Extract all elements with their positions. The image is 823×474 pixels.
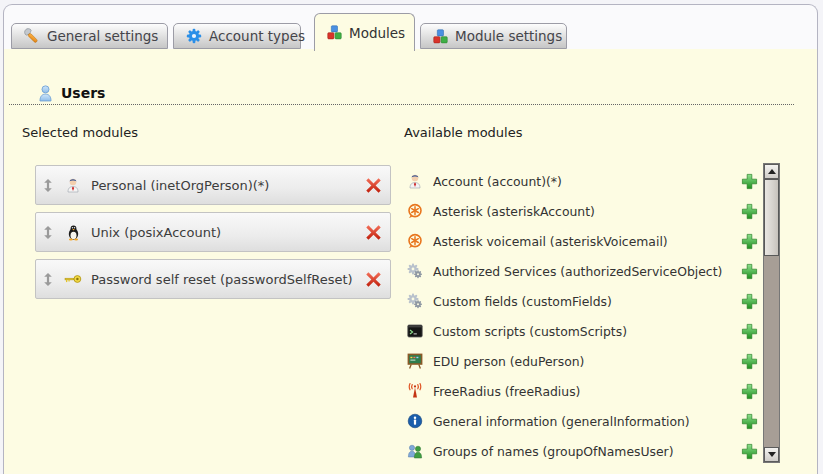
gear-icon bbox=[186, 28, 202, 44]
add-module-button[interactable] bbox=[741, 263, 758, 280]
module-label: Asterisk voicemail (asteriskVoicemail) bbox=[433, 234, 668, 249]
add-module-button[interactable] bbox=[741, 443, 758, 460]
up-arrow-icon bbox=[768, 169, 776, 174]
asterisk-icon bbox=[406, 203, 424, 219]
available-module-row: Groups of names (groupOfNamesUser) bbox=[406, 436, 764, 466]
remove-module-button[interactable] bbox=[365, 224, 382, 241]
selected-module-row[interactable]: Unix (posixAccount) bbox=[35, 212, 391, 252]
group-icon bbox=[406, 443, 424, 459]
antenna-icon bbox=[406, 383, 424, 399]
module-label: Custom fields (customFields) bbox=[433, 294, 612, 309]
available-modules-list: Account (account)(*) bbox=[406, 166, 764, 466]
add-module-button[interactable] bbox=[741, 203, 758, 220]
terminal-icon bbox=[406, 324, 424, 338]
add-module-button[interactable] bbox=[741, 233, 758, 250]
remove-module-button[interactable] bbox=[365, 177, 382, 194]
selected-modules-heading: Selected modules bbox=[22, 125, 138, 140]
tab-account-types[interactable]: Account types bbox=[173, 23, 301, 49]
available-module-row: Authorized Services (authorizedServiceOb… bbox=[406, 256, 764, 286]
penguin-icon bbox=[62, 224, 84, 241]
down-arrow-icon bbox=[768, 452, 776, 457]
module-label: EDU person (eduPerson) bbox=[433, 354, 584, 369]
available-module-row: Asterisk (asteriskAccount) bbox=[406, 196, 764, 226]
available-module-row: Asterisk voicemail (asteriskVoicemail) bbox=[406, 226, 764, 256]
tab-module-settings[interactable]: Module settings bbox=[420, 23, 567, 49]
available-module-row: General information (generalInformation) bbox=[406, 406, 764, 436]
user-icon bbox=[38, 85, 53, 102]
selected-module-row[interactable]: Personal (inetOrgPerson)(*) bbox=[35, 165, 391, 205]
key-icon bbox=[62, 274, 84, 284]
info-icon bbox=[406, 413, 424, 429]
module-label: Custom scripts (customScripts) bbox=[433, 324, 627, 339]
modules-content: Users Selected modules Available modules… bbox=[4, 49, 817, 474]
available-module-row: Custom scripts (customScripts) bbox=[406, 316, 764, 346]
add-module-button[interactable] bbox=[741, 383, 758, 400]
scrollbar-track[interactable] bbox=[763, 163, 780, 463]
remove-module-button[interactable] bbox=[365, 271, 382, 288]
available-module-row: Custom fields (customFields) bbox=[406, 286, 764, 316]
tab-label: General settings bbox=[47, 28, 158, 44]
users-section-header: Users bbox=[9, 82, 794, 105]
available-module-row: FreeRadius (freeRadius) bbox=[406, 376, 764, 406]
gears-icon bbox=[406, 263, 424, 279]
config-panel: General settings Account types bbox=[3, 4, 818, 474]
drag-handle-icon[interactable] bbox=[43, 179, 53, 192]
module-label: General information (generalInformation) bbox=[433, 414, 690, 429]
person-icon bbox=[62, 177, 84, 193]
available-modules-heading: Available modules bbox=[404, 125, 522, 140]
asterisk-icon bbox=[406, 233, 424, 249]
modules-icon bbox=[433, 29, 448, 44]
add-module-button[interactable] bbox=[741, 413, 758, 430]
add-module-button[interactable] bbox=[741, 353, 758, 370]
module-label: Authorized Services (authorizedServiceOb… bbox=[433, 264, 722, 279]
users-section-title: Users bbox=[61, 85, 105, 101]
module-label: FreeRadius (freeRadius) bbox=[433, 384, 580, 399]
tab-modules[interactable]: Modules bbox=[314, 13, 415, 51]
drag-handle-icon[interactable] bbox=[43, 273, 53, 286]
tab-label: Modules bbox=[349, 25, 405, 41]
modules-icon bbox=[327, 25, 342, 40]
tab-general-settings[interactable]: General settings bbox=[11, 23, 168, 49]
module-label: Unix (posixAccount) bbox=[91, 225, 365, 240]
person-icon bbox=[406, 173, 424, 189]
scrollbar-down-button[interactable] bbox=[764, 447, 779, 462]
chalkboard-icon bbox=[406, 353, 424, 369]
scrollbar-thumb[interactable] bbox=[764, 179, 779, 256]
selected-module-row[interactable]: Password self reset (passwordSelfReset) bbox=[35, 259, 391, 299]
module-label: Personal (inetOrgPerson)(*) bbox=[91, 178, 365, 193]
tab-label: Module settings bbox=[455, 28, 562, 44]
add-module-button[interactable] bbox=[741, 173, 758, 190]
scrollbar-up-button[interactable] bbox=[764, 164, 779, 179]
available-module-row: Account (account)(*) bbox=[406, 166, 764, 196]
drag-handle-icon[interactable] bbox=[43, 226, 53, 239]
module-label: Groups of names (groupOfNamesUser) bbox=[433, 444, 674, 459]
module-label: Account (account)(*) bbox=[433, 174, 562, 189]
module-label: Password self reset (passwordSelfReset) bbox=[91, 272, 365, 287]
add-module-button[interactable] bbox=[741, 323, 758, 340]
add-module-button[interactable] bbox=[741, 293, 758, 310]
tab-label: Account types bbox=[209, 28, 305, 44]
wrench-icon bbox=[24, 28, 40, 44]
gears-icon bbox=[406, 293, 424, 309]
available-module-row: EDU person (eduPerson) bbox=[406, 346, 764, 376]
module-label: Asterisk (asteriskAccount) bbox=[433, 204, 595, 219]
tab-bar: General settings Account types bbox=[4, 5, 817, 49]
